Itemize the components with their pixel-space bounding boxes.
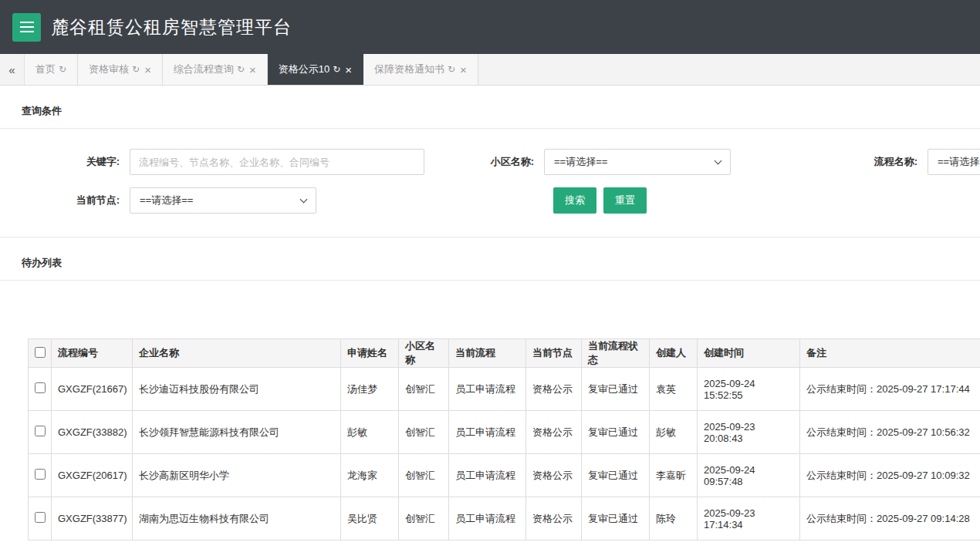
cell-remark: 公示结束时间：2025-09-27 10:09:32 [800, 454, 980, 497]
cell-creator: 袁英 [650, 368, 698, 411]
search-button[interactable]: 搜索 [553, 187, 596, 214]
cell-created-time: 2025-09-24 15:52:55 [698, 368, 800, 411]
form-row-2: 当前节点: ==请选择== 搜索 重置 [10, 187, 980, 214]
tab-refresh-icon[interactable]: ↻ [333, 65, 340, 74]
cell-applicant-name: 龙海家 [341, 454, 399, 497]
table-row: GXGZF(21667)长沙迪迈科技股份有限公司汤佳梦创智汇员工申请流程资格公示… [29, 368, 980, 411]
row-checkbox-cell [29, 454, 52, 497]
cell-process-status: 复审已通过 [582, 454, 650, 497]
cell-company-name: 长沙迪迈科技股份有限公司 [133, 368, 341, 411]
tab-4[interactable]: 保障资格通知书↻× [363, 54, 478, 85]
cell-community-name: 创智汇 [399, 497, 449, 540]
community-select[interactable]: ==请选择== [544, 149, 731, 175]
tab-close-icon[interactable]: × [144, 64, 151, 76]
cell-current-process: 员工申请流程 [449, 411, 526, 454]
keyword-label: 关键字: [10, 155, 130, 169]
cell-process-id: GXGZF(33877) [52, 497, 133, 540]
column-header-process-status: 当前流程状态 [582, 339, 650, 368]
column-header-remark: 备注 [800, 339, 980, 368]
row-checkbox[interactable] [35, 512, 46, 523]
query-section: 查询条件 关键字: 小区名称: ==请选择== 流程名称: ==请选择== 当前… [0, 86, 980, 237]
tab-refresh-icon[interactable]: ↻ [237, 65, 245, 74]
reset-button[interactable]: 重置 [603, 187, 647, 214]
tab-3[interactable]: 资格公示10↻× [268, 54, 363, 85]
row-checkbox[interactable] [35, 382, 46, 393]
process-select-value: ==请选择== [938, 155, 980, 169]
cell-process-id: GXGZF(33882) [52, 411, 133, 454]
tab-refresh-icon[interactable]: ↻ [448, 65, 455, 74]
tab-label: 首页 [35, 62, 56, 76]
row-checkbox[interactable] [35, 469, 46, 480]
todo-table: 流程编号企业名称申请姓名小区名称当前流程当前节点当前流程状态创建人创建时间备注 … [28, 338, 980, 540]
app-header: 麓谷租赁公租房智慧管理平台 [0, 0, 980, 54]
query-section-title: 查询条件 [0, 86, 980, 128]
cell-current-node: 资格公示 [526, 454, 582, 497]
cell-community-name: 创智汇 [399, 411, 449, 454]
tab-2[interactable]: 综合流程查询↻× [163, 54, 268, 85]
tab-refresh-icon[interactable]: ↻ [59, 65, 66, 74]
cell-created-time: 2025-09-24 09:57:48 [698, 454, 800, 497]
cell-company-name: 长沙领拜智慧能源科技有限公司 [133, 411, 341, 454]
keyword-input[interactable] [130, 149, 424, 175]
tab-close-icon[interactable]: × [460, 64, 467, 76]
tab-label: 保障资格通知书 [374, 62, 444, 76]
cell-current-node: 资格公示 [526, 411, 582, 454]
column-header-creator: 创建人 [650, 339, 698, 368]
row-checkbox[interactable] [35, 426, 46, 436]
column-header-process-id: 流程编号 [52, 339, 133, 368]
cell-remark: 公示结束时间：2025-09-27 09:14:28 [800, 497, 980, 540]
node-select-value: ==请选择== [140, 194, 193, 207]
cell-current-node: 资格公示 [526, 497, 582, 540]
cell-current-process: 员工申请流程 [449, 368, 526, 411]
process-select[interactable]: ==请选择== [928, 149, 980, 175]
process-label: 流程名称: [731, 155, 928, 169]
cell-community-name: 创智汇 [399, 368, 449, 411]
todo-table-wrap: 流程编号企业名称申请姓名小区名称当前流程当前节点当前流程状态创建人创建时间备注 … [28, 338, 980, 540]
table-row: GXGZF(33882)长沙领拜智慧能源科技有限公司彭敏创智汇员工申请流程资格公… [29, 411, 980, 454]
todo-section-title: 待办列表 [0, 237, 980, 280]
chevron-down-icon [715, 157, 722, 164]
column-header-community-name: 小区名称 [399, 339, 449, 368]
community-label: 小区名称: [424, 155, 544, 169]
row-checkbox-cell [29, 368, 52, 411]
table-header-row: 流程编号企业名称申请姓名小区名称当前流程当前节点当前流程状态创建人创建时间备注 [29, 339, 980, 368]
select-all-checkbox[interactable] [35, 347, 46, 358]
cell-creator: 彭敏 [650, 411, 698, 454]
tab-close-icon[interactable]: × [249, 64, 256, 76]
cell-created-time: 2025-09-23 17:14:34 [698, 497, 800, 540]
cell-process-status: 复审已通过 [582, 411, 650, 454]
cell-company-name: 湖南为思迈生物科技有限公司 [133, 497, 341, 540]
tab-close-icon[interactable]: × [345, 64, 352, 76]
divider [0, 280, 980, 281]
column-header-current-node: 当前节点 [526, 339, 582, 368]
cell-applicant-name: 吴比贤 [341, 497, 399, 540]
menu-toggle-button[interactable] [12, 13, 41, 42]
cell-current-process: 员工申请流程 [449, 497, 526, 540]
tab-1[interactable]: 资格审核↻× [78, 54, 163, 85]
cell-creator: 陈玲 [650, 497, 698, 540]
node-label: 当前节点: [10, 194, 130, 207]
tab-label: 资格审核 [89, 62, 129, 76]
cell-remark: 公示结束时间：2025-09-27 17:17:44 [800, 368, 980, 411]
cell-community-name: 创智汇 [399, 454, 449, 497]
table-row: GXGZF(20617)长沙高新区明华小学龙海家创智汇员工申请流程资格公示复审已… [29, 454, 980, 497]
todo-section: 待办列表 流程编号企业名称申请姓名小区名称当前流程当前节点当前流程状态创建人创建… [0, 237, 980, 540]
tab-0[interactable]: 首页↻ [25, 54, 78, 85]
column-header-company-name: 企业名称 [133, 339, 341, 368]
tab-scroll-left-button[interactable]: « [0, 54, 25, 85]
column-header-current-process: 当前流程 [449, 339, 526, 368]
tab-label: 资格公示10 [279, 62, 329, 76]
cell-process-status: 复审已通过 [582, 368, 650, 411]
cell-creator: 李嘉昕 [650, 454, 698, 497]
form-row-1: 关键字: 小区名称: ==请选择== 流程名称: ==请选择== [10, 149, 980, 175]
node-select[interactable]: ==请选择== [130, 187, 316, 214]
cell-created-time: 2025-09-23 20:08:43 [698, 411, 800, 454]
query-form: 关键字: 小区名称: ==请选择== 流程名称: ==请选择== 当前节点: =… [0, 129, 980, 237]
row-checkbox-cell [29, 497, 52, 540]
tab-refresh-icon[interactable]: ↻ [132, 65, 140, 74]
form-buttons: 搜索 重置 [553, 187, 647, 214]
hamburger-icon [20, 22, 34, 23]
cell-process-id: GXGZF(20617) [52, 454, 133, 497]
cell-process-id: GXGZF(21667) [52, 368, 133, 411]
tab-bar: « 首页↻资格审核↻×综合流程查询↻×资格公示10↻×保障资格通知书↻× [0, 54, 980, 86]
